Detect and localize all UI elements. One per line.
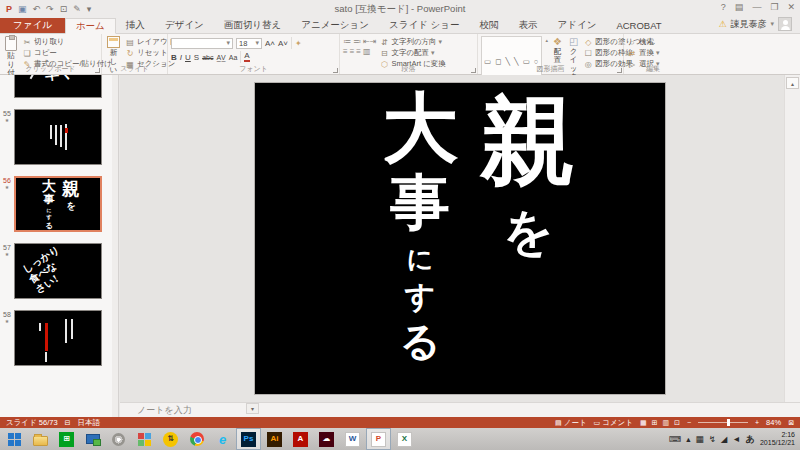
tab-review[interactable]: 校閲 <box>470 18 509 33</box>
zoom-in-button[interactable]: + <box>755 419 759 426</box>
start-button-icon[interactable] <box>3 429 26 449</box>
italic-button[interactable]: I <box>180 53 182 62</box>
align-text-button[interactable]: ⊟文字の配置▾ <box>379 48 445 58</box>
network-icon[interactable]: ◢ <box>721 434 728 444</box>
font-size-combo[interactable]: 18▾ <box>236 38 262 49</box>
keyboard-icon[interactable]: ⌨ <box>669 434 681 444</box>
account-area[interactable]: ⚠ 諌見泰彦 ▾ <box>718 17 792 31</box>
tab-view[interactable]: 表示 <box>509 18 548 33</box>
ribbon-display-options-button[interactable]: ▤ <box>735 2 744 12</box>
minimize-button[interactable]: — <box>752 2 761 12</box>
copy-button[interactable]: ❏コピー <box>22 48 112 58</box>
slide-canvas[interactable]: 親を大事にする <box>255 83 665 394</box>
photoshop-icon[interactable]: Ps <box>237 429 260 449</box>
scroll-up-button[interactable]: ▴ <box>786 77 799 89</box>
chrome-icon[interactable] <box>185 429 208 449</box>
bullets-icon[interactable]: ≔ <box>343 37 351 46</box>
dialog-launcher[interactable] <box>617 68 622 73</box>
tab-transitions[interactable]: 画面切り替え <box>214 18 291 33</box>
underline-button[interactable]: U <box>185 53 191 62</box>
notes-toggle[interactable]: ▤ノート <box>555 418 586 428</box>
zoom-level[interactable]: 84% <box>766 418 781 427</box>
tab-file[interactable]: ファイル <box>0 18 65 33</box>
display-settings-icon[interactable]: ⊟ <box>65 419 71 427</box>
ime-indicator[interactable]: あ <box>746 433 755 446</box>
tab-acrobat[interactable]: ACROBAT <box>606 18 671 33</box>
start-slideshow-icon[interactable]: ⊡ <box>60 4 68 14</box>
action-center-icon[interactable]: ▦ <box>696 434 704 444</box>
word-icon[interactable]: W <box>341 429 364 449</box>
font-name-combo[interactable]: ▾ <box>171 38 233 49</box>
language-indicator[interactable]: 日本語 <box>77 418 100 428</box>
creative-cloud-icon[interactable]: ☁ <box>315 429 338 449</box>
replace-button[interactable]: ⇄置換▾ <box>627 48 679 58</box>
photo-app-icon[interactable] <box>133 429 156 449</box>
slide-sorter-view-button[interactable]: ⊞ <box>652 419 658 427</box>
strikethrough-button[interactable]: abc <box>202 54 213 61</box>
zoom-slider-thumb[interactable] <box>727 419 730 426</box>
thumbnail-slide-58[interactable]: 58 ★ <box>0 310 102 366</box>
notes-pane[interactable]: ノートを入力 <box>120 402 800 417</box>
avatar[interactable] <box>778 17 792 31</box>
volume-icon[interactable]: ◄ <box>732 434 740 444</box>
align-left-icon[interactable]: ≡ <box>343 47 348 56</box>
tab-slideshow[interactable]: スライド ショー <box>379 18 469 33</box>
character-spacing-button[interactable]: A̲V̲ <box>216 54 225 61</box>
thumbnail-slide-54[interactable]: 早く <box>0 75 102 98</box>
thumbnail-slide-57[interactable]: 57 ★ しっかり 食べな さい! <box>0 243 102 299</box>
vertical-scrollbar[interactable]: ▴ <box>784 75 800 402</box>
zoom-out-button[interactable]: − <box>687 419 691 426</box>
clock[interactable]: 2:16 2015/12/21 <box>760 431 795 448</box>
shadow-button[interactable]: S <box>194 53 199 62</box>
tab-animations[interactable]: アニメーション <box>291 18 379 33</box>
fit-to-window-button[interactable]: ⊠ <box>788 419 794 427</box>
help-button[interactable]: ? <box>721 2 726 12</box>
reading-view-button[interactable]: ▥ <box>662 419 669 427</box>
sync-app-icon[interactable]: ⇅ <box>159 429 182 449</box>
zoom-slider[interactable] <box>698 422 748 423</box>
numbering-icon[interactable]: ≕ <box>353 37 361 46</box>
thumbnail-slide-55[interactable]: 55 ★ <box>0 109 102 165</box>
close-button[interactable]: ✕ <box>787 2 795 12</box>
tab-home[interactable]: ホーム <box>65 18 116 34</box>
windows-store-icon[interactable]: ⊞ <box>55 429 78 449</box>
dialog-launcher[interactable] <box>471 68 476 73</box>
show-hidden-icons-icon[interactable]: ▴ <box>686 434 690 444</box>
text-direction-button[interactable]: ⇵文字列の方向▾ <box>379 37 445 47</box>
font-color-button[interactable]: A <box>244 52 249 62</box>
acrobat-icon[interactable]: A <box>289 429 312 449</box>
cut-button[interactable]: ✂切り取り <box>22 37 112 47</box>
grow-font-button[interactable]: A˄ <box>265 39 275 48</box>
dialog-launcher[interactable] <box>95 68 100 73</box>
align-center-icon[interactable]: ≡ <box>350 47 355 56</box>
redo-icon[interactable]: ↷ <box>46 4 54 14</box>
undo-icon[interactable]: ↶ <box>33 4 41 14</box>
illustrator-icon[interactable]: Ai <box>263 429 286 449</box>
thumbnail-scrollbar[interactable] <box>112 75 118 417</box>
restore-button[interactable]: ❐ <box>770 2 778 12</box>
change-case-button[interactable]: Aa <box>229 54 238 61</box>
excel-icon[interactable]: X <box>393 429 416 449</box>
tab-insert[interactable]: 挿入 <box>116 18 155 33</box>
tab-design[interactable]: デザイン <box>155 18 214 33</box>
comments-toggle[interactable]: ▭コメント <box>594 418 633 428</box>
slideshow-view-button[interactable]: ⊡ <box>674 419 680 427</box>
ink-pen-icon[interactable]: ✎ <box>73 4 81 14</box>
save-icon[interactable]: ▣ <box>18 4 27 14</box>
slide-counter[interactable]: スライド 56/73 <box>6 418 58 428</box>
file-explorer-icon[interactable] <box>29 429 52 449</box>
bold-button[interactable]: B <box>171 53 177 62</box>
align-right-icon[interactable]: ≡ <box>356 47 361 56</box>
indent-icons[interactable]: ⇤⇥ <box>363 37 376 46</box>
columns-icon[interactable]: ▥ <box>363 47 371 56</box>
find-button[interactable]: ○検索 <box>627 37 679 47</box>
dialog-launcher[interactable] <box>333 68 338 73</box>
customize-qat-icon[interactable]: ▾ <box>87 4 92 14</box>
tab-addins[interactable]: アドイン <box>548 18 607 33</box>
notes-collapse-button[interactable]: ▾ <box>246 403 259 414</box>
thumbnail-slide-56[interactable]: 56 ★ 親を大事にする <box>0 176 102 232</box>
clear-formatting-button[interactable]: ✦ <box>295 39 302 48</box>
normal-view-button[interactable]: ▦ <box>640 419 647 427</box>
shrink-font-button[interactable]: A˅ <box>278 39 288 48</box>
disc-drive-icon[interactable] <box>107 429 130 449</box>
